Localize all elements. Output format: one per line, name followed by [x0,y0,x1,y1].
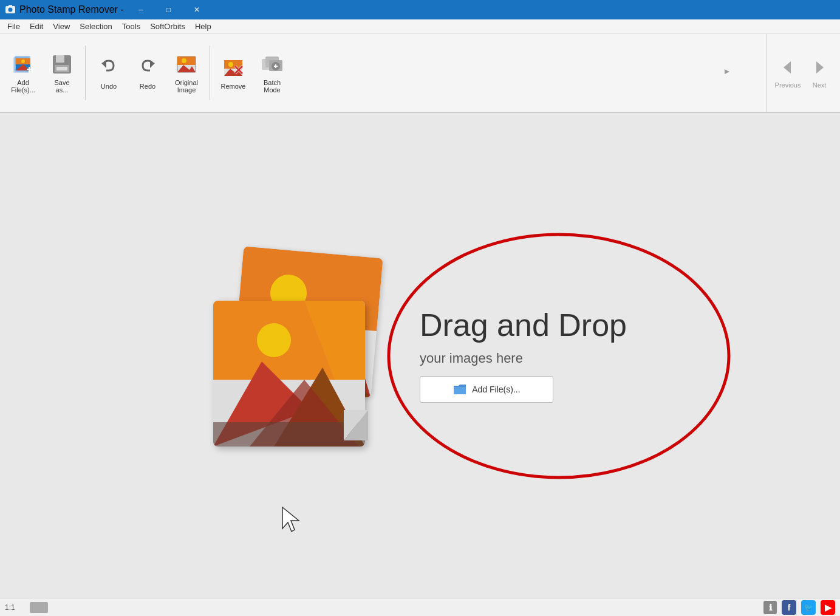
zoom-level: 1:1 [5,603,15,612]
menu-bar: File Edit View Selection Tools SoftOrbit… [0,19,840,34]
batch-mode-icon [260,52,284,77]
toolbar-sep-2 [210,46,210,100]
svg-point-19 [182,58,186,63]
drop-zone-container: Drag and Drop your images here Add File(… [213,252,627,459]
toolbar-expand-icon [723,66,731,78]
toolbar-sep-1 [85,46,86,100]
app-icon [5,4,16,15]
remove-icon [221,56,245,80]
svg-point-7 [21,60,25,63]
undo-label: Undo [101,83,117,90]
main-content-area[interactable]: Drag and Drop your images here Add File(… [0,113,840,598]
remove-label: Remove [221,83,246,90]
batch-mode-button[interactable]: BatchMode [254,39,290,106]
close-button[interactable]: ✕ [183,0,210,19]
undo-button[interactable]: Undo [90,39,127,106]
svg-marker-37 [816,61,824,74]
menu-selection[interactable]: Selection [75,19,117,33]
window-controls: – □ ✕ [128,0,210,19]
next-label: Next [813,81,827,89]
redo-icon [135,56,160,80]
previous-button[interactable]: Previous [772,40,804,107]
svg-marker-56 [282,507,299,532]
status-right: ℹ f 🐦 ▶ [763,600,835,615]
add-file-button[interactable]: AddFile(s)... [5,39,41,106]
svg-rect-14 [56,67,67,70]
previous-icon [779,58,797,78]
svg-point-1 [9,8,13,12]
add-file-label: AddFile(s)... [11,79,35,94]
folder-icon [452,383,467,395]
svg-point-23 [228,62,233,67]
info-button[interactable]: ℹ [763,601,777,614]
undo-icon [97,56,121,80]
menu-file[interactable]: File [2,19,25,33]
original-image-button[interactable]: OriginalImage [168,39,205,106]
facebook-icon[interactable]: f [782,600,796,615]
redo-button[interactable]: Redo [129,39,166,106]
menu-tools[interactable]: Tools [117,19,145,33]
nav-buttons: Previous Next [767,34,835,113]
next-icon [810,58,828,78]
redo-label: Redo [140,83,155,90]
title-bar: Photo Stamp Remover - – □ ✕ [0,0,840,19]
page-curl [344,410,368,440]
svg-marker-36 [784,61,791,74]
save-as-button[interactable]: Saveas... [44,39,80,106]
menu-edit[interactable]: Edit [25,19,48,33]
drag-drop-title: Drag and Drop [420,308,627,343]
svg-rect-2 [9,5,12,7]
drag-drop-subtitle: your images here [420,351,523,366]
svg-rect-54 [454,387,466,394]
batch-mode-label: BatchMode [264,79,281,94]
status-bar: 1:1 ℹ f 🐦 ▶ [0,598,840,616]
menu-help[interactable]: Help [190,19,216,33]
add-file-icon [11,52,35,77]
minimize-button[interactable]: – [128,0,154,19]
image-stack-illustration [213,252,383,459]
save-as-label: Saveas... [54,79,69,94]
next-button[interactable]: Next [804,40,835,107]
menu-view[interactable]: View [48,19,75,33]
svg-rect-12 [56,55,64,63]
window-title: Photo Stamp Remover - [19,4,124,15]
mouse-cursor [279,504,304,537]
add-files-drop-label: Add File(s)... [472,385,520,394]
twitter-icon[interactable]: 🐦 [801,600,816,615]
save-as-icon [50,52,74,77]
image-card-front [213,301,365,447]
original-image-icon [174,52,199,77]
youtube-icon[interactable]: ▶ [821,600,835,615]
add-files-drop-button[interactable]: Add File(s)... [420,376,553,403]
svg-point-46 [257,323,291,357]
toolbar: AddFile(s)... Saveas... Undo [0,34,840,113]
status-icon [30,602,48,613]
svg-rect-50 [213,422,365,447]
drop-zone-text: Drag and Drop your images here Add File(… [420,308,627,402]
maximize-button[interactable]: □ [155,0,182,19]
previous-label: Previous [775,81,801,89]
original-image-label: OriginalImage [175,79,198,94]
remove-button[interactable]: Remove [215,39,251,106]
menu-softorbits[interactable]: SoftOrbits [145,19,190,33]
svg-marker-35 [725,69,729,74]
